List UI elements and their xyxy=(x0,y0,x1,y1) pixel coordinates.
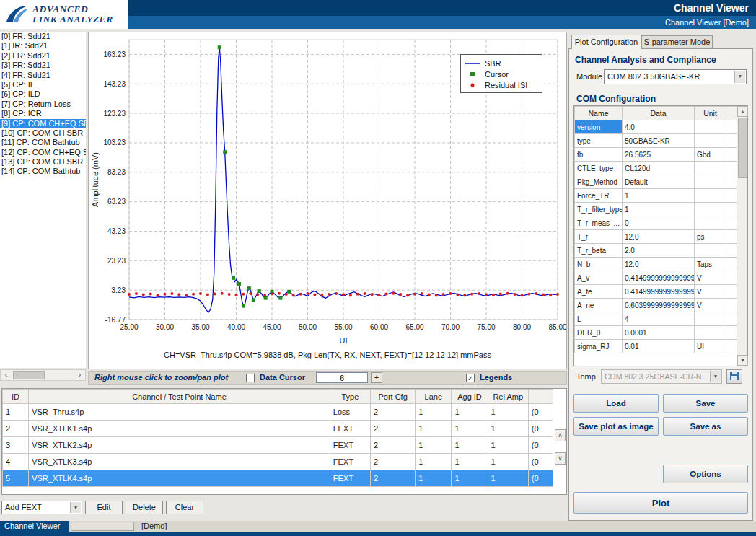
save-template-button[interactable] xyxy=(726,369,742,384)
config-table-cell[interactable]: N_b xyxy=(575,258,623,271)
table-scroll-down-button[interactable]: ∨ xyxy=(555,452,566,465)
channel-table-cell[interactable]: (0 xyxy=(528,470,553,487)
signal-list-item[interactable]: [3] FR: Sdd21 xyxy=(0,61,86,70)
config-table-row[interactable]: Pkg_MethodDefault xyxy=(575,175,738,189)
config-table-cell[interactable] xyxy=(695,326,726,340)
config-table-cell[interactable]: type xyxy=(575,134,623,148)
config-table-cell[interactable]: 0.41499999999999998 xyxy=(623,285,695,299)
channel-table-cell[interactable]: FEXT xyxy=(330,454,370,470)
channel-table-row[interactable]: 3VSR_XTLK2.s4pFEXT2111(0 xyxy=(3,437,553,454)
channel-table-cell[interactable]: 1 xyxy=(452,470,488,487)
channel-table-row[interactable]: 1VSR_Thru.s4pLoss2111(0 xyxy=(3,404,553,421)
scrollbar-down-button[interactable]: ▼ xyxy=(737,355,748,366)
channel-table-cell[interactable]: 2 xyxy=(371,454,416,470)
config-table-row[interactable]: fb26.5625Gbd xyxy=(575,148,738,162)
config-table-cell[interactable] xyxy=(695,134,726,148)
config-table-row[interactable]: type50GBASE-KR xyxy=(575,134,738,148)
channel-table-row[interactable]: 5VSR_XTLK4.s4pFEXT2111(0 xyxy=(3,470,553,487)
config-table-cell[interactable]: T_r_beta xyxy=(575,244,623,258)
scrollbar-thumb[interactable] xyxy=(738,118,747,178)
config-table-cell[interactable]: 0.60399999999999998 xyxy=(623,299,695,312)
config-table-cell[interactable]: Force_TR xyxy=(575,189,623,203)
channel-table-header[interactable] xyxy=(528,390,553,404)
signal-list-item[interactable]: [11] CP: COM Bathtub xyxy=(0,138,86,147)
channel-table-cell[interactable]: 1 xyxy=(416,437,452,454)
config-table-cell[interactable] xyxy=(695,175,726,189)
increment-button[interactable]: + xyxy=(371,372,382,383)
channel-table-cell[interactable]: 1 xyxy=(416,404,452,421)
config-table-cell[interactable]: CTLE_type xyxy=(575,162,623,175)
config-table-row[interactable]: T_r_beta2.0 xyxy=(575,244,738,258)
channel-table-header[interactable]: ID xyxy=(3,390,29,404)
config-table-cell[interactable]: L xyxy=(575,312,623,326)
config-table-cell[interactable]: 26.5625 xyxy=(623,148,695,162)
config-table-cell[interactable]: A_ne xyxy=(575,299,623,312)
table-scroll-up-button[interactable]: ∧ xyxy=(555,429,566,441)
config-table-cell[interactable]: T_r_meas_... xyxy=(575,216,623,230)
channel-table-row[interactable]: 4VSR_XTLK3.s4pFEXT2111(0 xyxy=(3,454,553,470)
config-table-cell[interactable]: 4.0 xyxy=(623,120,695,134)
channel-table-cell[interactable]: 1 xyxy=(488,437,528,454)
config-table-cell[interactable]: 2.0 xyxy=(623,244,695,258)
signal-list-item[interactable]: [14] CP: COM Bathtub xyxy=(0,167,86,176)
channel-table-cell[interactable]: 1 xyxy=(488,404,528,421)
channel-table-cell[interactable]: VSR_XTLK1.s4p xyxy=(29,421,330,437)
config-table-cell[interactable]: 50GBASE-KR xyxy=(623,134,695,148)
channel-table-cell[interactable]: VSR_XTLK2.s4p xyxy=(29,437,330,454)
scrollbar-up-button[interactable]: ▲ xyxy=(737,106,748,117)
config-table-cell[interactable] xyxy=(695,312,726,326)
channel-table-cell[interactable]: (0 xyxy=(528,421,553,437)
channel-table-cell[interactable]: VSR_XTLK3.s4p xyxy=(29,454,330,470)
legends-checkbox[interactable]: ✓ xyxy=(466,374,475,382)
save-button[interactable]: Save xyxy=(663,394,748,413)
signal-list-item[interactable]: [13] CP: COM CH SBR xyxy=(0,157,86,167)
edit-button[interactable]: Edit xyxy=(85,501,123,514)
temp-dropdown[interactable]: COM 802.3 25GBASE-CR-N ▼ xyxy=(601,369,722,384)
channel-table-cell[interactable]: 1 xyxy=(452,404,488,421)
config-table-cell[interactable]: ps xyxy=(695,230,726,244)
config-table-row[interactable]: A_v0.41499999999999998V xyxy=(575,271,738,285)
channel-table-cell[interactable]: 1 xyxy=(488,470,528,487)
channel-table-cell[interactable]: FEXT xyxy=(330,421,370,437)
config-table-row[interactable]: A_fe0.41499999999999998V xyxy=(575,285,738,299)
signal-list-hscrollbar[interactable]: ‹ › xyxy=(0,369,86,381)
tab-plot-configuration[interactable]: Plot Configuration xyxy=(571,35,641,49)
channel-table-cell[interactable]: 1 xyxy=(416,470,452,487)
config-table-cell[interactable]: version xyxy=(575,120,623,134)
signal-list-item[interactable]: [4] FR: Sdd21 xyxy=(0,71,86,80)
config-table-cell[interactable]: 1 xyxy=(623,203,695,216)
channel-table-cell[interactable]: 4 xyxy=(3,454,29,470)
config-table-row[interactable]: N_b12.0Taps xyxy=(575,258,738,271)
channel-table-cell[interactable]: 3 xyxy=(3,437,29,454)
config-table-row[interactable]: A_ne0.60399999999999998V xyxy=(575,299,738,312)
signal-list-item[interactable]: [6] CP: ILD xyxy=(0,89,86,99)
channel-table-cell[interactable]: 1 xyxy=(416,421,452,437)
signal-list-item[interactable]: [10] CP: COM CH SBR xyxy=(0,128,86,138)
config-table-cell[interactable]: Gbd xyxy=(695,148,726,162)
channel-table-header[interactable]: Rel Amp xyxy=(488,390,528,404)
config-table-cell[interactable]: fb xyxy=(575,148,623,162)
signal-list-item[interactable]: [7] CP: Return Loss xyxy=(0,100,86,109)
config-table-row[interactable]: DER_00.0001 xyxy=(575,326,738,340)
channel-table-cell[interactable]: 1 xyxy=(488,454,528,470)
config-table-cell[interactable] xyxy=(695,203,726,216)
options-button[interactable]: Options xyxy=(663,465,748,483)
save-plot-as-image-button[interactable]: Save plot as image xyxy=(573,417,659,436)
config-table-row[interactable]: T_r_filter_type1 xyxy=(575,203,738,216)
channel-table-cell[interactable]: VSR_Thru.s4p xyxy=(29,404,330,421)
config-table-header[interactable]: Name xyxy=(575,107,623,120)
channel-table-cell[interactable]: (0 xyxy=(528,404,553,421)
channel-table-cell[interactable]: FEXT xyxy=(330,470,370,487)
config-table-cell[interactable]: 0 xyxy=(623,216,695,230)
channel-table-cell[interactable]: 2 xyxy=(371,421,416,437)
config-table-cell[interactable]: 4 xyxy=(623,312,695,326)
channel-table-header[interactable]: Lane xyxy=(416,390,452,404)
config-table-cell[interactable] xyxy=(695,120,726,134)
config-table-row[interactable]: version4.0 xyxy=(575,120,738,134)
channel-table-cell[interactable]: 1 xyxy=(488,421,528,437)
signal-list-item[interactable]: [2] FR: Sdd21 xyxy=(0,51,86,61)
clear-button[interactable]: Clear xyxy=(166,501,203,514)
save-as-button[interactable]: Save as xyxy=(663,417,748,436)
channel-table-header[interactable]: Type xyxy=(330,390,370,404)
channel-table-header[interactable]: Agg ID xyxy=(452,390,488,404)
